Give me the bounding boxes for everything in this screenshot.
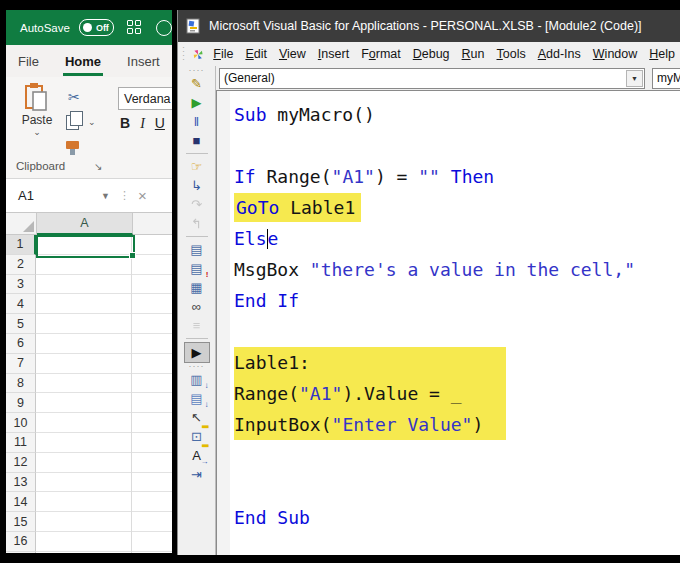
dialog-launcher-icon[interactable]: ↘ — [94, 161, 102, 172]
grid-row[interactable] — [36, 512, 172, 532]
grid-row[interactable] — [36, 275, 172, 295]
grid-row[interactable] — [36, 334, 172, 354]
row-header-16[interactable]: 16 — [6, 532, 36, 552]
code-line[interactable]: Sub myMacro() — [234, 99, 680, 130]
cells-area[interactable] — [36, 235, 172, 553]
selected-cell-a1[interactable] — [36, 235, 135, 258]
code-line[interactable]: MsgBox "there's a value in the cell," — [234, 254, 680, 285]
code-line[interactable]: GoTo Lable1 — [234, 192, 680, 223]
row-header-8[interactable]: 8 — [6, 374, 36, 394]
procedure-dropdown[interactable]: myMacro — [652, 68, 680, 89]
grid-row[interactable] — [36, 314, 172, 334]
fill-handle[interactable] — [129, 252, 136, 259]
break-icon[interactable]: ‖ — [185, 112, 209, 131]
undo-icon[interactable] — [156, 20, 172, 36]
code-editor[interactable]: Sub myMacro() If Range("A1") = "" ThenGo… — [216, 90, 680, 555]
row-header-9[interactable]: 9 — [6, 393, 36, 413]
reset-icon[interactable]: ■ — [185, 131, 209, 150]
paste-button[interactable]: Paste ⌄ — [16, 83, 58, 137]
grid-row[interactable] — [36, 413, 172, 433]
code-line[interactable] — [234, 316, 680, 347]
menu-format[interactable]: Format — [355, 45, 407, 63]
name-box-dropdown-icon[interactable]: ▼ — [101, 191, 110, 201]
view-host-app-icon[interactable] — [193, 47, 203, 62]
call-stack-icon[interactable]: ≡ — [185, 316, 209, 335]
immediate-window-icon[interactable]: ▤! — [185, 259, 209, 278]
bold-button[interactable]: B — [120, 115, 130, 131]
grid-row[interactable] — [36, 473, 172, 493]
select-all-corner[interactable] — [6, 213, 37, 235]
object-dropdown[interactable]: (General) ▼ — [219, 68, 645, 89]
step-over-icon[interactable]: ↷ — [185, 195, 209, 214]
code-line[interactable] — [234, 471, 680, 502]
copy-icon[interactable] — [66, 115, 79, 130]
underline-button[interactable]: U — [155, 115, 165, 131]
object-browser-icon[interactable]: ⊡▂ — [185, 427, 209, 446]
menu-debug[interactable]: Debug — [407, 45, 456, 63]
row-header-15[interactable]: 15 — [6, 512, 36, 532]
grid-row[interactable] — [36, 552, 172, 553]
menu-window[interactable]: Window — [587, 45, 643, 63]
row-header-2[interactable]: 2 — [6, 255, 36, 275]
tab-home[interactable]: Home — [65, 54, 101, 69]
toolbar-grip-icon[interactable]: ···· — [189, 67, 205, 74]
grid-row[interactable] — [36, 374, 172, 394]
watch-window-icon[interactable]: ▦ — [185, 278, 209, 297]
italic-button[interactable]: I — [140, 116, 145, 132]
row-header-13[interactable]: 13 — [6, 473, 36, 493]
code-line[interactable]: Else — [234, 223, 680, 254]
code-line[interactable]: End If — [234, 285, 680, 316]
cancel-icon[interactable]: × — [138, 187, 147, 204]
grid-row[interactable] — [36, 294, 172, 314]
toolbar-grip-icon[interactable]: ···· — [189, 363, 205, 370]
toolbox-icon[interactable]: ↖▂ — [185, 408, 209, 427]
properties-window-icon[interactable]: ▤↓ — [185, 389, 209, 408]
row-header-5[interactable]: 5 — [6, 314, 36, 334]
step-out-icon[interactable]: ↰ — [185, 214, 209, 233]
complete-word-icon[interactable]: A→ — [185, 446, 209, 465]
row-header-1[interactable]: 1 — [6, 235, 36, 255]
row-header-4[interactable]: 4 — [6, 294, 36, 314]
vba-titlebar[interactable]: Microsoft Visual Basic for Applications … — [178, 10, 680, 42]
menu-run[interactable]: Run — [456, 45, 491, 63]
code-line[interactable]: Lable1: — [234, 347, 680, 378]
code-line[interactable]: End Sub — [234, 502, 680, 533]
code-line[interactable]: If Range("A1") = "" Then — [234, 161, 680, 192]
code-line[interactable] — [234, 130, 680, 161]
tab-insert[interactable]: Insert — [127, 54, 160, 69]
name-box[interactable]: A1 — [6, 188, 34, 203]
autosave-toggle[interactable]: Off — [79, 19, 114, 36]
toggle-breakpoint-icon[interactable]: ☞ — [185, 157, 209, 176]
row-header-6[interactable]: 6 — [6, 334, 36, 354]
font-name-select[interactable]: Verdana — [118, 87, 172, 110]
indent-icon[interactable]: ⇥ — [185, 465, 209, 484]
locals-window-icon[interactable]: ▤ — [185, 240, 209, 259]
row-header-7[interactable]: 7 — [6, 354, 36, 374]
code-line[interactable] — [234, 440, 680, 471]
margin-indicator-bar[interactable] — [217, 91, 230, 555]
row-header-14[interactable]: 14 — [6, 492, 36, 512]
grid-row[interactable] — [36, 532, 172, 552]
design-mode-icon[interactable]: ✎ — [185, 74, 209, 93]
grid-row[interactable] — [36, 492, 172, 512]
menu-file[interactable]: File — [207, 45, 239, 63]
code-editor-lines[interactable]: Sub myMacro() If Range("A1") = "" ThenGo… — [230, 91, 680, 555]
grid-row[interactable] — [36, 433, 172, 453]
menu-insert[interactable]: Insert — [312, 45, 355, 63]
row-header-17[interactable]: 17 — [6, 552, 36, 553]
step-into-icon[interactable]: ↳ — [185, 176, 209, 195]
row-header-12[interactable]: 12 — [6, 453, 36, 473]
dropdown-arrow-icon[interactable]: ▼ — [626, 70, 643, 87]
code-line[interactable]: InputBox("Enter Value") — [234, 409, 680, 440]
grid-row[interactable] — [36, 393, 172, 413]
toolbar-options-icon[interactable]: ▶ — [184, 342, 210, 363]
menu-edit[interactable]: Edit — [239, 45, 273, 63]
menu-tools[interactable]: Tools — [491, 45, 532, 63]
menu-help[interactable]: Help — [643, 45, 680, 63]
tab-file[interactable]: File — [18, 54, 39, 69]
code-line[interactable]: Range("A1").Value = _ — [234, 378, 680, 409]
row-header-3[interactable]: 3 — [6, 275, 36, 295]
format-painter-icon[interactable] — [66, 141, 79, 149]
menu-view[interactable]: View — [273, 45, 312, 63]
row-header-11[interactable]: 11 — [6, 433, 36, 453]
